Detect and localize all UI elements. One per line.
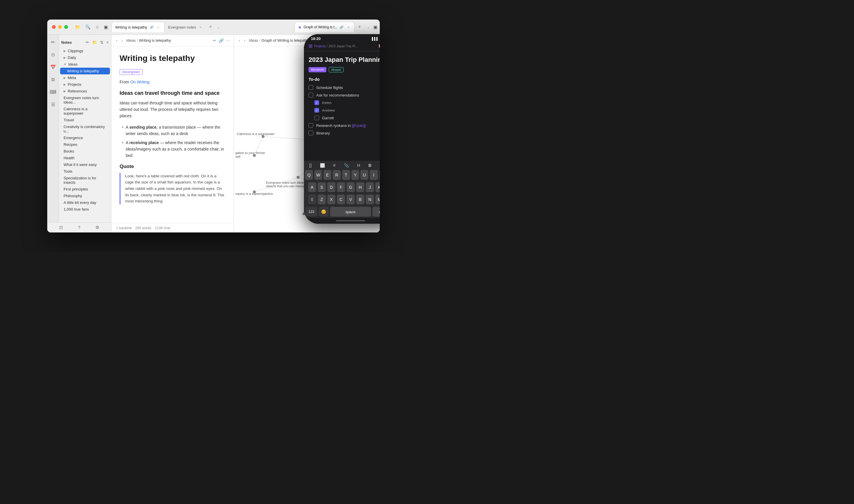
layers-icon[interactable]: ⧉: [50, 76, 56, 84]
phone-todo-andrew[interactable]: ✓ Andrew: [309, 108, 380, 112]
key-Y[interactable]: Y: [351, 170, 359, 180]
sidebar-item-tools[interactable]: Tools: [60, 168, 110, 175]
sidebar-item-philosophy[interactable]: Philosophy: [60, 193, 110, 199]
sidebar-item-ideas[interactable]: ▼ Ideas: [60, 61, 110, 68]
tab-writing-close[interactable]: ×: [156, 25, 161, 30]
edit-icon[interactable]: ✏: [213, 38, 216, 43]
key-G[interactable]: G: [346, 182, 355, 192]
phone-todo-itinerary[interactable]: Itinerary: [309, 131, 380, 135]
tab-graph[interactable]: ◉ Graph of Writing is t... 🔗 ×: [295, 22, 355, 32]
sidebar-item-emergence[interactable]: Emergence: [60, 134, 110, 141]
phone-todo-recommendations[interactable]: Ask for recommendations: [309, 93, 380, 97]
sidebar-item-books[interactable]: Books: [60, 148, 110, 155]
sidebar-item-little-bit[interactable]: A little bit every day: [60, 199, 110, 206]
sidebar-item-first-principles[interactable]: First principles: [60, 186, 110, 193]
phone-todo-flights[interactable]: Schedule flights: [309, 85, 380, 90]
sidebar-item-creativity[interactable]: Creativity is combinatory u...: [60, 123, 110, 134]
key-E[interactable]: E: [324, 170, 331, 180]
graph-breadcrumb-parent[interactable]: Ideas: [249, 38, 258, 42]
sidebar-item-clippings[interactable]: ▶ Clippings: [60, 48, 110, 54]
terminal-icon[interactable]: ⌨: [49, 88, 57, 96]
kb-attach-icon[interactable]: 📎: [344, 163, 349, 168]
sidebar-item-projects[interactable]: ▶ Projects: [60, 81, 110, 88]
compose-icon[interactable]: ✏: [50, 38, 56, 46]
key-123[interactable]: 123: [306, 207, 317, 217]
kb-box-icon[interactable]: ⬜: [320, 163, 325, 168]
search-icon[interactable]: 🔍: [85, 24, 91, 30]
key-V[interactable]: V: [346, 195, 355, 204]
key-J[interactable]: J: [366, 182, 374, 192]
phone-note-content[interactable]: 2023 Japan Trip Planning #projects #trav…: [304, 51, 380, 161]
tabs-chevron[interactable]: ⌄: [215, 24, 222, 30]
sidebar-item-1000-fans[interactable]: 1,000 true fans: [60, 206, 110, 213]
more-options-icon[interactable]: ⋯: [226, 38, 230, 43]
bookmark-icon[interactable]: ☰: [50, 101, 56, 108]
folder-icon[interactable]: 📁: [75, 24, 80, 30]
kb-bold-icon[interactable]: B: [368, 163, 371, 168]
sidebar-item-writing-telepathy[interactable]: Writing is telepathy: [60, 68, 110, 74]
sidebar-item-recipes[interactable]: Recipes: [60, 141, 110, 148]
graph-view-icon[interactable]: ⊙: [50, 51, 56, 59]
key-B[interactable]: B: [356, 195, 364, 204]
sidebar-item-daily[interactable]: ▶ Daily: [60, 54, 110, 61]
calendar-icon[interactable]: 📅: [49, 63, 57, 71]
key-emoji[interactable]: 😊: [319, 207, 329, 217]
settings-icon[interactable]: ⚙: [95, 225, 99, 230]
new-folder-icon[interactable]: 📁: [92, 40, 97, 44]
minimize-button[interactable]: [58, 25, 62, 29]
split-view-icon[interactable]: ▣: [373, 24, 377, 30]
sidebar-item-specialization[interactable]: Specialization is for insects: [60, 175, 110, 186]
star-icon[interactable]: ☆: [95, 24, 99, 30]
link-icon[interactable]: 🔗: [219, 38, 224, 43]
sidebar-item-health[interactable]: Health: [60, 155, 110, 161]
tab-graph-close[interactable]: ×: [346, 25, 350, 30]
key-K[interactable]: K: [375, 182, 380, 192]
key-shift[interactable]: ⇧: [308, 195, 316, 204]
key-R[interactable]: R: [333, 170, 341, 180]
sidebar-item-references[interactable]: ▶ References: [60, 88, 110, 94]
key-W[interactable]: W: [314, 170, 322, 180]
key-C[interactable]: C: [337, 195, 345, 204]
key-M[interactable]: M: [375, 195, 380, 204]
key-X[interactable]: X: [327, 195, 335, 204]
sort-icon[interactable]: ⇅: [100, 40, 104, 44]
todo-checkbox-recommendations[interactable]: [309, 93, 313, 97]
graph-forward-button[interactable]: ›: [243, 38, 247, 43]
help-icon[interactable]: ?: [78, 225, 80, 230]
kyoto-link[interactable]: [[Kyoto]]: [352, 123, 366, 128]
key-F[interactable]: F: [337, 182, 345, 192]
editor-content[interactable]: Writing is telepathy #evergreen From On …: [111, 47, 234, 223]
back-button[interactable]: ‹: [115, 38, 119, 43]
from-link[interactable]: On Writing: [130, 79, 150, 84]
key-U[interactable]: U: [361, 170, 368, 180]
key-S[interactable]: S: [317, 182, 326, 192]
key-O[interactable]: O: [379, 170, 380, 180]
tag-badge[interactable]: #evergreen: [120, 69, 143, 75]
key-return[interactable]: return: [373, 207, 380, 217]
new-tab-button[interactable]: +: [207, 23, 215, 31]
key-H[interactable]: H: [356, 182, 364, 192]
sidebar-item-calmness[interactable]: Calmness is a superpower: [60, 106, 110, 117]
phone-grid-icon[interactable]: ⊞: [309, 43, 312, 49]
kb-bracket-icon[interactable]: []: [309, 163, 311, 168]
key-N[interactable]: N: [366, 195, 374, 204]
todo-checkbox-andrew[interactable]: ✓: [314, 108, 319, 112]
todo-checkbox-ryokans[interactable]: [309, 123, 313, 128]
graph-back-button[interactable]: ‹: [237, 38, 241, 43]
todo-checkbox-itinerary[interactable]: [309, 131, 313, 135]
todo-checkbox-garrett[interactable]: [314, 115, 319, 120]
close-sidebar-icon[interactable]: ×: [107, 40, 109, 44]
close-button[interactable]: [52, 25, 56, 29]
node-evergreen-objects[interactable]: [297, 176, 299, 179]
phone-todo-keiko[interactable]: ✓ Keiko: [309, 100, 380, 105]
breadcrumb-parent[interactable]: Ideas: [126, 38, 135, 42]
forward-button[interactable]: ›: [121, 38, 124, 43]
backlinks-count[interactable]: 1 backlink: [116, 226, 131, 230]
tab-evergreen[interactable]: Evergreen notes ×: [164, 22, 207, 32]
phone-todo-ryokans[interactable]: Research ryokans in [[Kyoto]]: [309, 123, 380, 128]
key-I[interactable]: I: [370, 170, 378, 180]
key-A[interactable]: A: [308, 182, 316, 192]
key-T[interactable]: T: [342, 170, 350, 180]
remote-icon[interactable]: ⊡: [59, 225, 63, 230]
tab-evergreen-close[interactable]: ×: [198, 25, 203, 30]
